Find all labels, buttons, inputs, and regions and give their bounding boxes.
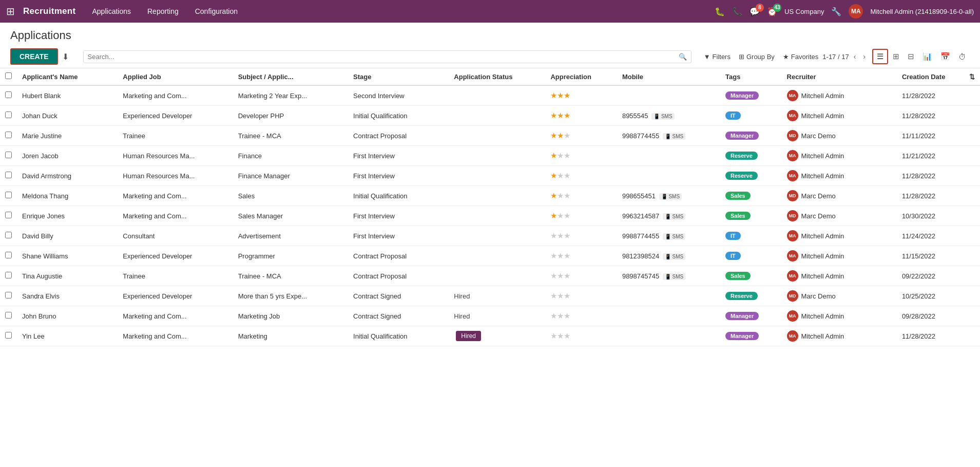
download-button[interactable]: ⬇ [62,52,69,62]
row-checkbox[interactable] [5,152,12,158]
stage[interactable]: Contract Proposal [348,126,449,146]
appreciation[interactable]: ★★★ [545,266,617,286]
applicant-name[interactable]: Sandra Elvis [17,286,118,306]
tags-cell[interactable]: Sales [720,186,782,206]
star-3[interactable]: ★ [564,191,570,200]
stage[interactable]: Contract Proposal [348,266,449,286]
subject[interactable]: Trainee - MCA [233,126,348,146]
applied-job[interactable]: Trainee [118,266,233,286]
row-checkbox[interactable] [5,252,12,258]
chat-icon[interactable]: 💬 8 [750,7,760,16]
row-checkbox[interactable] [5,212,12,218]
appreciation[interactable]: ★★★ [545,85,617,106]
tag-badge[interactable]: Sales [725,272,751,280]
stage[interactable]: First Interview [348,146,449,166]
calendar-view-button[interactable]: 📅 [937,50,954,63]
settings-icon[interactable]: ⇅ [969,73,975,81]
sms-button[interactable]: 📱 SMS [659,193,682,200]
table-row[interactable]: Sandra Elvis Experienced Developer More … [0,286,980,306]
tag-badge[interactable]: Sales [725,212,751,220]
table-row[interactable]: Joren Jacob Human Resources Ma... Financ… [0,146,980,166]
table-row[interactable]: David Billy Consultant Advertisement Fir… [0,226,980,246]
table-row[interactable]: Enrique Jones Marketing and Com... Sales… [0,206,980,226]
tags-cell[interactable]: Reserve [720,286,782,306]
star-2[interactable]: ★ [557,251,564,260]
tag-badge[interactable]: Manager [725,91,759,100]
star-2[interactable]: ★ [557,291,564,300]
star-2[interactable]: ★ [557,131,564,140]
row-checkbox-cell[interactable] [0,266,17,286]
applicant-name[interactable]: Enrique Jones [17,206,118,226]
star-3[interactable]: ★ [564,171,570,180]
table-row[interactable]: John Bruno Marketing and Com... Marketin… [0,306,980,326]
stage[interactable]: First Interview [348,166,449,186]
applied-job[interactable]: Marketing and Com... [118,206,233,226]
appreciation[interactable]: ★★★ [545,246,617,266]
stage[interactable]: Contract Signed [348,286,449,306]
recruiter-cell[interactable]: MA Mitchell Admin [782,106,897,126]
table-view-button[interactable]: ⊟ [904,50,918,63]
applied-job[interactable]: Marketing and Com... [118,186,233,206]
tag-badge[interactable]: Reserve [725,172,758,180]
star-2[interactable]: ★ [557,271,564,280]
col-header-recruiter[interactable]: Recruiter [782,68,897,85]
applied-job[interactable]: Marketing and Com... [118,85,233,106]
recruiter-cell[interactable]: MD Marc Demo [782,126,897,146]
col-header-name[interactable]: Applicant's Name [17,68,118,85]
prev-page-button[interactable]: ‹ [851,51,859,62]
appreciation[interactable]: ★★★ [545,306,617,326]
star-1[interactable]: ★ [550,171,557,180]
applied-job[interactable]: Marketing and Com... [118,326,233,346]
tag-badge[interactable]: Manager [725,312,759,320]
star-1[interactable]: ★ [550,251,557,260]
star-1[interactable]: ★ [550,91,557,100]
tag-badge[interactable]: IT [725,232,741,240]
star-1[interactable]: ★ [550,271,557,280]
table-row[interactable]: David Armstrong Human Resources Ma... Fi… [0,166,980,186]
row-checkbox-cell[interactable] [0,226,17,246]
recruiter-cell[interactable]: MA Mitchell Admin [782,226,897,246]
star-2[interactable]: ★ [557,191,564,200]
row-checkbox[interactable] [5,91,12,98]
applicant-name[interactable]: Hubert Blank [17,85,118,106]
recruiter-cell[interactable]: MA Mitchell Admin [782,246,897,266]
appreciation[interactable]: ★★★ [545,206,617,226]
tags-cell[interactable]: Reserve [720,146,782,166]
subject[interactable]: More than 5 yrs Expe... [233,286,348,306]
recruiter-cell[interactable]: MD Marc Demo [782,206,897,226]
star-3[interactable]: ★ [564,251,570,260]
row-checkbox-cell[interactable] [0,126,17,146]
star-1[interactable]: ★ [550,151,557,160]
applied-job[interactable]: Trainee [118,126,233,146]
stage[interactable]: Initial Qualification [348,106,449,126]
tag-badge[interactable]: Reserve [725,292,758,300]
table-row[interactable]: Shane Williams Experienced Developer Pro… [0,246,980,266]
row-checkbox-cell[interactable] [0,186,17,206]
tag-badge[interactable]: Reserve [725,152,758,160]
row-checkbox-cell[interactable] [0,166,17,186]
applied-job[interactable]: Consultant [118,226,233,246]
favorites-button[interactable]: ★ Favorites [783,53,818,61]
row-checkbox-cell[interactable] [0,206,17,226]
col-header-date[interactable]: Creation Date ⇅ [897,68,980,85]
stage[interactable]: Contract Signed [348,306,449,326]
star-2[interactable]: ★ [557,171,564,180]
tag-badge[interactable]: IT [725,111,741,120]
sms-button[interactable]: 📱 SMS [663,253,685,260]
appreciation[interactable]: ★★★ [545,126,617,146]
subject[interactable]: Finance [233,146,348,166]
row-checkbox[interactable] [5,111,12,118]
recruiter-cell[interactable]: MA Mitchell Admin [782,326,897,346]
subject[interactable]: Developer PHP [233,106,348,126]
sms-button[interactable]: 📱 SMS [663,133,685,140]
nav-reporting[interactable]: Reporting [143,5,183,17]
sms-button[interactable]: 📱 SMS [663,273,685,280]
subject[interactable]: Advertisement [233,226,348,246]
applicant-name[interactable]: Meldona Thang [17,186,118,206]
appreciation[interactable]: ★★★ [545,226,617,246]
tag-badge[interactable]: IT [725,252,741,260]
stage[interactable]: Contract Proposal [348,246,449,266]
appreciation[interactable]: ★★★ [545,286,617,306]
recruiter-cell[interactable]: MA Mitchell Admin [782,146,897,166]
appreciation[interactable]: ★★★ [545,106,617,126]
